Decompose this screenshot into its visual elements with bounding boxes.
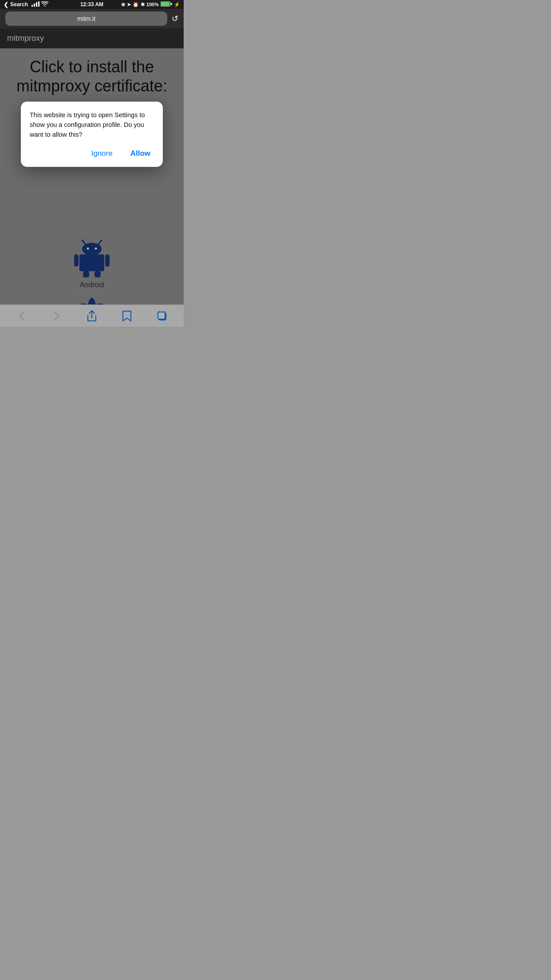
dialog-overlay: This website is trying to open Settings …: [0, 48, 184, 327]
svg-rect-2: [36, 2, 37, 7]
page: ❮ Search 12:33 AM: [0, 0, 184, 327]
dialog-buttons: Ignore Allow: [30, 147, 154, 160]
main-content-area: Click to install the mitmproxy certifica…: [0, 48, 184, 327]
svg-rect-6: [161, 2, 169, 6]
signal-icon: [31, 1, 39, 8]
back-icon[interactable]: ❮: [4, 1, 8, 8]
svg-rect-3: [38, 1, 39, 7]
location-icon: ➤: [127, 2, 131, 8]
status-right: ⊕ ➤ ⏰ ✱ 100% ⚡: [121, 1, 180, 8]
svg-rect-1: [34, 4, 35, 7]
reload-button[interactable]: ↺: [172, 14, 178, 24]
alarm-icon: ⏰: [133, 2, 139, 8]
allow-button[interactable]: Allow: [127, 147, 154, 160]
url-field[interactable]: mitm.it: [5, 12, 167, 26]
url-bar: mitm.it ↺: [0, 9, 184, 28]
site-title: mitmproxy: [7, 34, 44, 43]
back-label[interactable]: Search: [10, 1, 28, 8]
battery-icon: [161, 1, 172, 8]
charging-icon: ⚡: [174, 2, 180, 8]
bluetooth-icon: ✱: [141, 2, 145, 8]
dialog: This website is trying to open Settings …: [21, 102, 163, 167]
ignore-button[interactable]: Ignore: [87, 147, 116, 160]
svg-rect-5: [171, 3, 172, 5]
svg-rect-0: [31, 5, 33, 7]
status-time: 12:33 AM: [80, 1, 103, 8]
battery-percent: 100%: [146, 2, 159, 7]
url-text: mitm.it: [77, 15, 95, 22]
site-header: mitmproxy: [0, 28, 184, 48]
compass-icon: ⊕: [121, 2, 125, 8]
status-bar: ❮ Search 12:33 AM: [0, 0, 184, 9]
status-left: ❮ Search: [4, 1, 48, 8]
wifi-icon: [41, 1, 48, 8]
dialog-message: This website is trying to open Settings …: [30, 111, 154, 139]
